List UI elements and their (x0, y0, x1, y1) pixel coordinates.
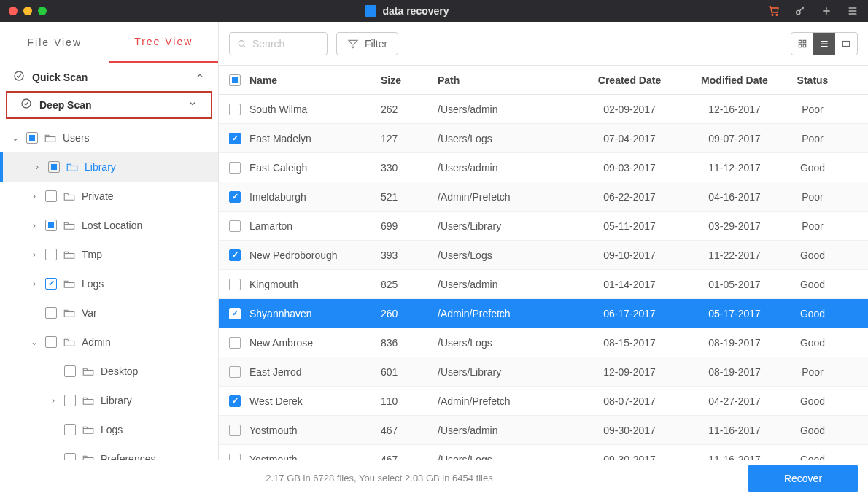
cell-created: 06-22-2017 (573, 191, 686, 203)
row-checkbox[interactable] (229, 104, 241, 115)
row-checkbox[interactable] (229, 249, 241, 261)
menu-icon[interactable] (846, 4, 859, 18)
minimize-window-button[interactable] (23, 7, 32, 15)
row-checkbox[interactable] (229, 366, 241, 378)
table-row[interactable]: Yostmouth467/Users/admin09-30-201711-16-… (219, 416, 868, 445)
tree-checkbox[interactable] (45, 249, 57, 260)
tree-node[interactable]: ›Logs (0, 269, 218, 298)
row-checkbox[interactable] (229, 454, 241, 460)
tree-node[interactable]: ›Tmp (0, 240, 218, 269)
chevron-down-icon (187, 98, 198, 111)
cell-modified: 08-19-2017 (686, 366, 783, 378)
row-checkbox[interactable] (229, 220, 241, 232)
table-row[interactable]: Imeldaburgh521/Admin/Prefetch06-22-20170… (219, 182, 868, 212)
col-header-size[interactable]: Size (381, 74, 438, 86)
filter-button[interactable]: Filter (336, 32, 398, 55)
row-checkbox[interactable] (229, 162, 241, 174)
table-row[interactable]: South Wilma262/Users/admin02-09-201712-1… (219, 95, 868, 124)
tree-node[interactable]: Desktop (0, 357, 218, 386)
col-header-name[interactable]: Name (249, 74, 381, 86)
table-row[interactable]: Lamarton699/Users/Library05-11-201703-29… (219, 212, 868, 241)
key-icon[interactable] (794, 4, 807, 18)
tree-node[interactable]: ›Library (0, 386, 218, 415)
table-row[interactable]: Yostmouth467/Users/Logs09-30-201711-16-2… (219, 445, 868, 460)
tree-checkbox[interactable] (64, 424, 76, 435)
row-checkbox[interactable] (229, 308, 241, 319)
cell-status: Good (783, 395, 842, 407)
cell-path: /Admin/Prefetch (438, 308, 573, 319)
search-input[interactable] (252, 38, 319, 50)
tree-node[interactable]: ›Lost Location (0, 211, 218, 240)
cell-modified: 11-12-2017 (686, 162, 783, 174)
col-header-modified[interactable]: Modified Date (686, 74, 783, 86)
list-view-button[interactable] (813, 33, 835, 55)
tree-node[interactable]: ⌄Admin (0, 328, 218, 357)
chevron-icon: › (29, 279, 39, 289)
plus-icon[interactable] (820, 4, 833, 18)
table-row[interactable]: Shyannhaven260/Admin/Prefetch06-17-20170… (219, 299, 868, 328)
chevron-icon: ⌄ (29, 337, 39, 347)
table-row[interactable]: East Caleigh330/Users/admin09-03-201711-… (219, 153, 868, 182)
cell-path: /Users/Library (438, 366, 573, 378)
tree-node[interactable]: ⌄Users (0, 123, 218, 152)
tree-node[interactable]: ›Library (0, 152, 218, 182)
cell-created: 09-03-2017 (573, 162, 686, 174)
col-header-path[interactable]: Path (438, 74, 573, 86)
tree-checkbox[interactable] (64, 365, 76, 377)
chevron-icon: › (32, 162, 42, 172)
cart-icon[interactable] (767, 4, 780, 18)
cell-size: 127 (381, 133, 438, 144)
close-window-button[interactable] (9, 7, 18, 15)
cell-status: Poor (783, 366, 842, 378)
row-checkbox[interactable] (229, 279, 241, 290)
col-header-created[interactable]: Created Date (573, 74, 686, 86)
maximize-window-button[interactable] (38, 7, 47, 15)
row-checkbox[interactable] (229, 133, 241, 144)
col-header-status[interactable]: Status (783, 74, 842, 86)
table-row[interactable]: New Pedroborough393/Users/Logs09-10-2017… (219, 241, 868, 270)
table-row[interactable]: West Derek110/Admin/Prefetch08-07-201704… (219, 387, 868, 416)
title-bar-actions (767, 4, 859, 18)
tree-checkbox[interactable] (26, 132, 38, 144)
tree-node[interactable]: Var (0, 298, 218, 328)
detail-view-button[interactable] (835, 33, 857, 55)
tree-checkbox[interactable] (45, 336, 57, 348)
tree-checkbox[interactable] (45, 190, 57, 202)
tree-node[interactable]: Logs (0, 415, 218, 444)
tree-node[interactable]: ›Private (0, 182, 218, 211)
table-header: Name Size Path Created Date Modified Dat… (219, 66, 868, 95)
table-row[interactable]: Kingmouth825/Users/admin01-14-201701-05-… (219, 270, 868, 299)
tree-node-label: Library (85, 161, 116, 173)
row-checkbox[interactable] (229, 337, 241, 349)
tab-file-view[interactable]: File View (0, 22, 109, 63)
check-circle-icon (13, 70, 25, 84)
tree-checkbox[interactable] (48, 161, 60, 173)
tree-node[interactable]: Preferences (0, 444, 218, 460)
tree-checkbox[interactable] (45, 307, 57, 319)
tree-checkbox[interactable] (64, 395, 76, 406)
svg-point-0 (772, 14, 773, 15)
table-row[interactable]: East Madelyn127/Users/Logs07-04-201709-0… (219, 124, 868, 153)
row-checkbox[interactable] (229, 425, 241, 436)
tree-node-label: Preferences (101, 453, 155, 460)
select-all-checkbox[interactable] (229, 74, 241, 86)
cell-modified: 08-19-2017 (686, 337, 783, 349)
deep-scan-section[interactable]: Deep Scan (6, 91, 212, 119)
search-box[interactable] (229, 32, 328, 55)
folder-icon (82, 453, 95, 460)
quick-scan-section[interactable]: Quick Scan (0, 63, 218, 91)
cell-created: 12-09-2017 (573, 366, 686, 378)
row-checkbox[interactable] (229, 395, 241, 407)
cell-created: 07-04-2017 (573, 133, 686, 144)
tab-tree-view[interactable]: Tree View (109, 22, 219, 63)
table-row[interactable]: New Ambrose836/Users/Logs08-15-201708-19… (219, 328, 868, 357)
recover-button[interactable]: Recover (748, 465, 858, 492)
folder-icon (63, 278, 76, 290)
cell-status: Good (783, 337, 842, 349)
grid-view-button[interactable] (791, 33, 813, 55)
tree-checkbox[interactable] (64, 453, 76, 460)
table-row[interactable]: East Jerrod601/Users/Library12-09-201708… (219, 357, 868, 387)
row-checkbox[interactable] (229, 191, 241, 203)
tree-checkbox[interactable] (45, 220, 57, 231)
tree-checkbox[interactable] (45, 278, 57, 290)
